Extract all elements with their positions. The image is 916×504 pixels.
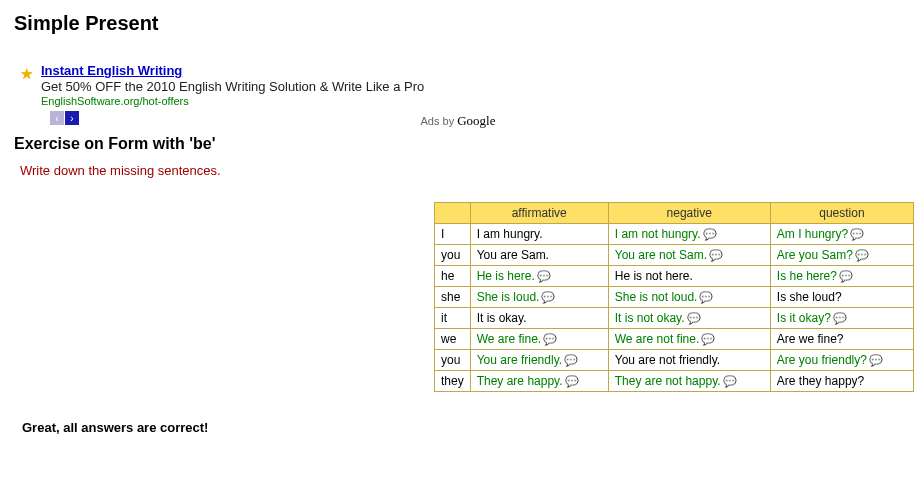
ad-prev-button[interactable]: ‹ — [50, 111, 64, 125]
speech-bubble-icon[interactable]: 💬 — [564, 354, 578, 367]
table-cell: It is not okay.💬 — [608, 308, 770, 329]
table-cell: You are not Sam.💬 — [608, 245, 770, 266]
ad-title-link[interactable]: Instant English Writing — [41, 63, 182, 78]
table-row: itIt is okay.It is not okay.💬Is it okay?… — [435, 308, 914, 329]
pronoun-cell: they — [435, 371, 471, 392]
table-row: weWe are fine.💬We are not fine.💬Are we f… — [435, 329, 914, 350]
table-cell: You are friendly.💬 — [470, 350, 608, 371]
speech-bubble-icon[interactable]: 💬 — [709, 249, 723, 262]
speech-bubble-icon[interactable]: 💬 — [839, 270, 853, 283]
cell-text: It is okay. — [477, 311, 527, 325]
th-affirmative: affirmative — [470, 203, 608, 224]
table-row: youYou are Sam.You are not Sam.💬Are you … — [435, 245, 914, 266]
cell-text: Are you Sam? — [777, 248, 853, 262]
table-cell: You are not friendly. — [608, 350, 770, 371]
cell-text: Am I hungry? — [777, 227, 848, 241]
table-cell: You are Sam. — [470, 245, 608, 266]
pronoun-cell: you — [435, 245, 471, 266]
pronoun-cell: we — [435, 329, 471, 350]
th-corner — [435, 203, 471, 224]
th-question: question — [770, 203, 913, 224]
table-cell: Is she loud? — [770, 287, 913, 308]
speech-bubble-icon[interactable]: 💬 — [543, 333, 557, 346]
speech-bubble-icon[interactable]: 💬 — [699, 291, 713, 304]
table-cell: Are you Sam?💬 — [770, 245, 913, 266]
ad-description: Get 50% OFF the 2010 English Writing Sol… — [41, 79, 424, 94]
cell-text: You are Sam. — [477, 248, 549, 262]
table-cell: She is not loud.💬 — [608, 287, 770, 308]
speech-bubble-icon[interactable]: 💬 — [855, 249, 869, 262]
pronoun-cell: you — [435, 350, 471, 371]
table-cell: They are not happy.💬 — [608, 371, 770, 392]
cell-text: I am not hungry. — [615, 227, 701, 241]
pronoun-cell: I — [435, 224, 471, 245]
cell-text: We are not fine. — [615, 332, 700, 346]
speech-bubble-icon[interactable]: 💬 — [723, 375, 737, 388]
pronoun-cell: it — [435, 308, 471, 329]
ads-by-brand: Google — [457, 113, 495, 128]
ad-display-url: EnglishSoftware.org/hot-offers — [41, 95, 424, 107]
pronoun-cell: he — [435, 266, 471, 287]
table-cell: Are you friendly?💬 — [770, 350, 913, 371]
speech-bubble-icon[interactable]: 💬 — [565, 375, 579, 388]
table-cell: We are fine.💬 — [470, 329, 608, 350]
cell-text: I am hungry. — [477, 227, 543, 241]
grammar-table: affirmative negative question II am hung… — [434, 202, 914, 392]
cell-text: Are you friendly? — [777, 353, 867, 367]
page-title: Simple Present — [14, 12, 902, 35]
feedback-message: Great, all answers are correct! — [22, 420, 902, 435]
table-cell: She is loud.💬 — [470, 287, 608, 308]
table-cell: He is not here. — [608, 266, 770, 287]
table-cell: I am hungry. — [470, 224, 608, 245]
table-row: sheShe is loud.💬She is not loud.💬Is she … — [435, 287, 914, 308]
table-row: youYou are friendly.💬You are not friendl… — [435, 350, 914, 371]
cell-text: Are they happy? — [777, 374, 864, 388]
cell-text: We are fine. — [477, 332, 541, 346]
cell-text: You are not Sam. — [615, 248, 707, 262]
ads-by-prefix: Ads by — [421, 115, 458, 127]
speech-bubble-icon[interactable]: 💬 — [869, 354, 883, 367]
cell-text: Are we fine? — [777, 332, 844, 346]
instruction-text: Write down the missing sentences. — [20, 163, 902, 178]
speech-bubble-icon[interactable]: 💬 — [687, 312, 701, 325]
speech-bubble-icon[interactable]: 💬 — [833, 312, 847, 325]
cell-text: He is not here. — [615, 269, 693, 283]
speech-bubble-icon[interactable]: 💬 — [703, 228, 717, 241]
star-icon: ★ — [20, 65, 33, 83]
speech-bubble-icon[interactable]: 💬 — [541, 291, 555, 304]
table-row: heHe is here.💬He is not here.Is he here?… — [435, 266, 914, 287]
table-row: II am hungry.I am not hungry.💬Am I hungr… — [435, 224, 914, 245]
table-cell: They are happy.💬 — [470, 371, 608, 392]
table-cell: Is he here?💬 — [770, 266, 913, 287]
table-cell: Is it okay?💬 — [770, 308, 913, 329]
cell-text: You are friendly. — [477, 353, 562, 367]
table-cell: Are we fine? — [770, 329, 913, 350]
cell-text: You are not friendly. — [615, 353, 720, 367]
cell-text: She is loud. — [477, 290, 540, 304]
table-row: theyThey are happy.💬They are not happy.💬… — [435, 371, 914, 392]
table-cell: I am not hungry.💬 — [608, 224, 770, 245]
cell-text: They are not happy. — [615, 374, 721, 388]
table-cell: He is here.💬 — [470, 266, 608, 287]
table-cell: Am I hungry?💬 — [770, 224, 913, 245]
speech-bubble-icon[interactable]: 💬 — [850, 228, 864, 241]
table-cell: Are they happy? — [770, 371, 913, 392]
cell-text: He is here. — [477, 269, 535, 283]
cell-text: Is she loud? — [777, 290, 842, 304]
cell-text: She is not loud. — [615, 290, 698, 304]
speech-bubble-icon[interactable]: 💬 — [537, 270, 551, 283]
section-title: Exercise on Form with 'be' — [14, 135, 902, 153]
cell-text: Is it okay? — [777, 311, 831, 325]
cell-text: They are happy. — [477, 374, 563, 388]
pronoun-cell: she — [435, 287, 471, 308]
speech-bubble-icon[interactable]: 💬 — [701, 333, 715, 346]
cell-text: Is he here? — [777, 269, 837, 283]
ad-next-button[interactable]: › — [65, 111, 79, 125]
ads-by-label: Ads by Google — [14, 113, 902, 129]
table-cell: We are not fine.💬 — [608, 329, 770, 350]
table-cell: It is okay. — [470, 308, 608, 329]
th-negative: negative — [608, 203, 770, 224]
cell-text: It is not okay. — [615, 311, 685, 325]
